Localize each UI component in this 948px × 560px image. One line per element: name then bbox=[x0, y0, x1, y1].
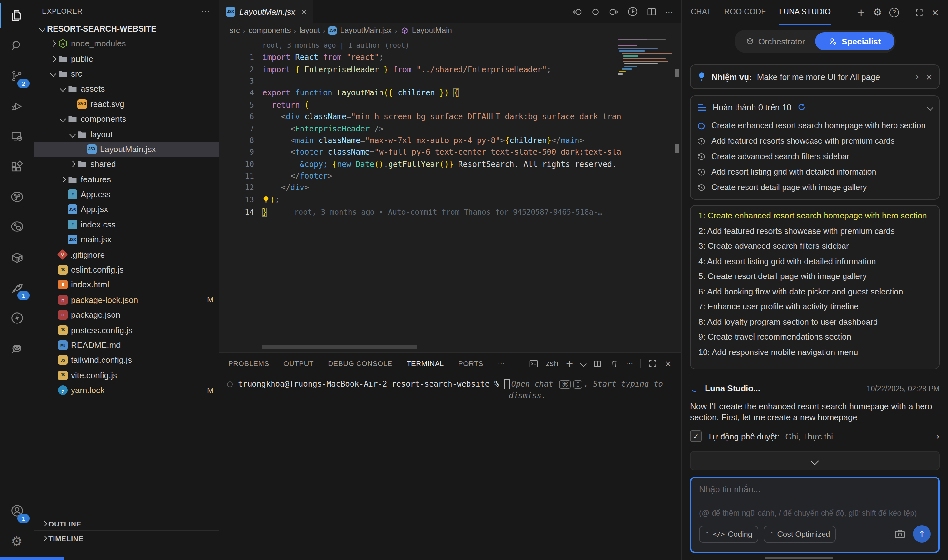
task-close-icon[interactable]: × bbox=[925, 72, 933, 82]
account-icon[interactable]: 1 bbox=[1, 495, 32, 526]
code-line-5[interactable]: 5 return ( bbox=[219, 99, 681, 111]
tab-chat[interactable]: CHAT bbox=[691, 0, 711, 25]
tab-problems[interactable]: PROBLEMS bbox=[228, 353, 269, 374]
settings-gear-icon[interactable]: ⚙ bbox=[1, 526, 32, 556]
extensions-icon[interactable] bbox=[1, 151, 32, 182]
close-panel-icon[interactable]: × bbox=[664, 358, 672, 369]
run-file-icon[interactable] bbox=[627, 6, 638, 17]
mode-pill[interactable]: ⌃ </> Coding bbox=[699, 526, 758, 542]
terminal-dropdown-icon[interactable] bbox=[580, 360, 586, 367]
tree-item-yarn-lock[interactable]: yyarn.lockM bbox=[34, 383, 219, 398]
ref-circle-icon[interactable] bbox=[591, 7, 600, 17]
camera-icon[interactable] bbox=[894, 529, 905, 539]
assistant-robot-icon[interactable] bbox=[1, 333, 32, 363]
send-button[interactable]: ↑ bbox=[913, 525, 931, 543]
tree-item-main-jsx[interactable]: JSXmain.jsx bbox=[34, 232, 219, 247]
tab-roo-code[interactable]: ROO CODE bbox=[724, 0, 766, 25]
code-line-6[interactable]: 6 <div className="min-h-screen bg-surfac… bbox=[219, 111, 681, 123]
tab-debug-console[interactable]: DEBUG CONSOLE bbox=[328, 353, 392, 374]
tree-item-public[interactable]: public bbox=[34, 51, 219, 66]
tree-item-readme-md[interactable]: M↓README.md bbox=[34, 338, 219, 353]
code-line-11[interactable]: 11 </footer> bbox=[219, 170, 681, 182]
minimap[interactable] bbox=[617, 38, 672, 108]
code-line-10[interactable]: 10 &copy; {new Date().getFullYear()} Res… bbox=[219, 158, 681, 170]
editor-more-icon[interactable]: ⋯ bbox=[665, 7, 673, 17]
graph-search-icon[interactable] bbox=[1, 212, 32, 242]
crumb-file[interactable]: LayoutMain.jsx bbox=[340, 26, 392, 35]
close-view-icon[interactable]: × bbox=[931, 7, 939, 17]
code-line-9[interactable]: 9 <footer className="w-full py-6 text-ce… bbox=[219, 146, 681, 158]
rocket-icon[interactable]: 1 bbox=[1, 272, 32, 303]
tree-item-index-html[interactable]: 5index.html bbox=[34, 277, 219, 292]
model-pill[interactable]: ⌃ Cost Optimized bbox=[763, 526, 836, 542]
tab-ports[interactable]: PORTS bbox=[458, 353, 483, 374]
split-editor-icon[interactable] bbox=[646, 6, 657, 17]
maximize-panel-icon[interactable] bbox=[648, 359, 657, 368]
explorer-icon[interactable] bbox=[1, 0, 32, 30]
timeline-section[interactable]: TIMELINE bbox=[34, 530, 219, 546]
tree-item-shared[interactable]: shared bbox=[34, 157, 219, 172]
tab-layoutmain[interactable]: JSX LayoutMain.jsx × bbox=[219, 0, 314, 23]
explorer-more-icon[interactable]: ⋯ bbox=[201, 6, 211, 16]
kill-terminal-icon[interactable] bbox=[609, 358, 619, 368]
horizontal-scrollbar[interactable] bbox=[262, 345, 416, 349]
new-terminal-icon[interactable]: + bbox=[566, 358, 574, 369]
breadcrumbs[interactable]: src› components› layout› JSX LayoutMain.… bbox=[219, 23, 681, 37]
tab-output[interactable]: OUTPUT bbox=[284, 353, 314, 374]
task-expand-icon[interactable]: › bbox=[916, 72, 919, 82]
tree-item-index-css[interactable]: #index.css bbox=[34, 217, 219, 232]
crumb-symbol[interactable]: LayoutMain bbox=[412, 26, 452, 35]
todo-item[interactable]: Add resort listing grid with detailed in… bbox=[691, 164, 939, 180]
code-line-14[interactable]: 14}root, 3 months ago • Auto-commit from… bbox=[219, 206, 681, 219]
tree-item-app-jsx[interactable]: JSXApp.jsx bbox=[34, 202, 219, 217]
tree-item-app-css[interactable]: #App.css bbox=[34, 187, 219, 202]
progress-header[interactable]: Hoàn thành 0 trên 10 bbox=[691, 96, 939, 118]
tree-item-components[interactable]: components bbox=[34, 111, 219, 127]
gear-icon[interactable]: ⚙ bbox=[873, 6, 882, 18]
search-icon[interactable] bbox=[1, 30, 32, 61]
tree-item--gitignore[interactable]: ⑂.gitignore bbox=[34, 247, 219, 262]
tree-item-package-json[interactable]: ⊓package.json bbox=[34, 308, 219, 323]
terminal-content[interactable]: truongkhoa@Truongs-MacBook-Air-2 resort-… bbox=[219, 374, 681, 400]
tree-item-tailwind-config-js[interactable]: JStailwind.config.js bbox=[34, 352, 219, 368]
tree-item-features[interactable]: features bbox=[34, 172, 219, 187]
crumb-src[interactable]: src bbox=[230, 26, 240, 35]
code-line-8[interactable]: 8 <main className="max-w-7xl mx-auto px-… bbox=[219, 134, 681, 146]
code-line-4[interactable]: 4export function LayoutMain({ children }… bbox=[219, 87, 681, 99]
specialist-option[interactable]: Specialist bbox=[815, 32, 894, 50]
panel-horizontal-scrollbar[interactable] bbox=[766, 557, 833, 559]
code-editor[interactable]: root, 3 months ago | 1 author (root) 1im… bbox=[219, 37, 681, 352]
nav-back-icon[interactable] bbox=[572, 6, 583, 17]
todo-item[interactable]: Create enhanced resort search homepage w… bbox=[691, 118, 939, 133]
run-debug-icon[interactable] bbox=[1, 91, 32, 121]
tree-item-node-modules[interactable]: JSnode_modules bbox=[34, 36, 219, 51]
collapse-progress-icon[interactable] bbox=[927, 104, 934, 110]
container-icon[interactable] bbox=[1, 242, 32, 272]
code-line-1[interactable]: 1import React from "react"; bbox=[219, 52, 681, 63]
todo-item[interactable]: Create advanced search filters sidebar bbox=[691, 149, 939, 164]
tree-item-postcss-config-js[interactable]: JSpostcss.config.js bbox=[34, 323, 219, 338]
git-graph-icon[interactable] bbox=[1, 182, 32, 212]
outline-section[interactable]: OUTLINE bbox=[34, 515, 219, 531]
tree-item-package-lock-json[interactable]: ⊓package-lock.jsonM bbox=[34, 292, 219, 308]
code-line-2[interactable]: 2import { EnterpriseHeader } from "../sh… bbox=[219, 63, 681, 75]
tree-item-assets[interactable]: assets bbox=[34, 81, 219, 96]
panel-more-icon[interactable]: ⋯ bbox=[498, 353, 505, 374]
source-control-icon[interactable]: 2 bbox=[1, 61, 32, 91]
maximize-view-icon[interactable] bbox=[916, 8, 924, 17]
tree-item-layoutmain-jsx[interactable]: JSXLayoutMain.jsx bbox=[34, 142, 219, 157]
crumb-components[interactable]: components bbox=[248, 26, 291, 35]
tree-item-layout[interactable]: layout bbox=[34, 127, 219, 142]
orchestrator-option[interactable]: Orchestrator bbox=[735, 32, 815, 50]
auto-approve-row[interactable]: ✓ Tự động phê duyệt: Ghi, Thực thi › bbox=[690, 431, 940, 442]
tab-luna-studio[interactable]: LUNA STUDIO bbox=[779, 0, 831, 25]
scroll-to-bottom-bar[interactable] bbox=[690, 451, 940, 471]
code-line-13[interactable]: 13); bbox=[219, 194, 681, 206]
task-banner[interactable]: Nhiệm vụ: Make for me more UI for All pa… bbox=[690, 65, 940, 89]
code-line-3[interactable]: 3 bbox=[219, 75, 681, 87]
editor-scrollbar[interactable] bbox=[673, 37, 681, 352]
workspace-root-row[interactable]: RESORT-SEARCH-WEBSITE bbox=[34, 21, 219, 36]
tree-item-eslint-config-js[interactable]: JSeslint.config.js bbox=[34, 262, 219, 277]
help-icon[interactable]: ? bbox=[889, 8, 899, 17]
lightning-icon[interactable] bbox=[1, 303, 32, 333]
